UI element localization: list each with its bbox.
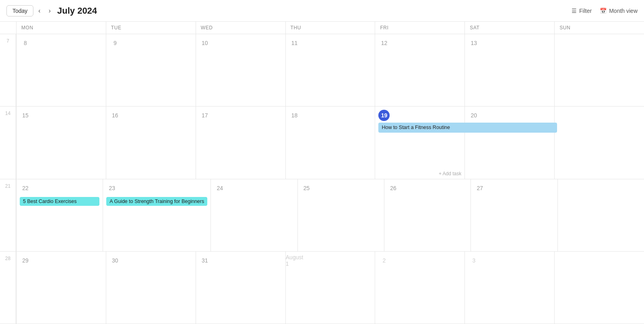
month-view-label: Month view: [609, 8, 638, 14]
day-cell-10[interactable]: 10: [196, 34, 285, 106]
day-number-10: 10: [199, 37, 211, 49]
day-cell-20[interactable]: 20: [464, 107, 554, 178]
day-number-aug1: August 1: [289, 255, 300, 266]
day-cell-22[interactable]: 22 5 Best Cardio Exercises: [16, 179, 103, 251]
day-header-thu: THU: [285, 22, 375, 34]
day-header-sat: SAT: [464, 22, 554, 34]
day-number-12: 12: [378, 37, 390, 49]
day-cell-27[interactable]: 27: [471, 179, 557, 251]
day-cell-29[interactable]: 29: [16, 252, 106, 324]
filter-button[interactable]: ☰ Filter: [572, 8, 592, 14]
day-number-25: 25: [301, 183, 312, 194]
day-number-31: 31: [199, 255, 211, 266]
filter-icon: ☰: [572, 8, 577, 14]
day-cell-8[interactable]: 8: [16, 34, 106, 106]
week-num-21: 21: [0, 179, 16, 251]
day-cell-30[interactable]: 30: [106, 252, 196, 324]
header-right: ☰ Filter 📅 Month view: [572, 8, 638, 14]
day-cell-19[interactable]: 19 How to Start a Fitness Routine + Add …: [375, 107, 464, 178]
day-number-11: 11: [289, 37, 300, 49]
day-number-9: 9: [109, 37, 121, 49]
day-cell-out-2: [554, 107, 644, 178]
day-header-mon: MON: [16, 22, 106, 34]
strength-training-event[interactable]: A Guide to Strength Training for Beginne…: [106, 197, 207, 206]
week-row-1: 7 8 9 10 11 12 13: [0, 34, 644, 107]
day-cell-26[interactable]: 26: [384, 179, 471, 251]
day-number-20: 20: [468, 110, 479, 121]
weeks-container: 7 8 9 10 11 12 13 14 15: [0, 34, 644, 324]
week-row-3: 21 22 5 Best Cardio Exercises 23 A Guide…: [0, 179, 644, 252]
calendar-icon: 📅: [600, 8, 607, 14]
day-cell-aug1[interactable]: August 1: [285, 252, 375, 324]
day-number-29: 29: [20, 255, 31, 266]
next-button[interactable]: ›: [45, 6, 54, 16]
day-cell-out-3: [557, 179, 644, 251]
week-num-header: [0, 22, 16, 34]
day-number-23: 23: [106, 183, 118, 194]
day-cell-15[interactable]: 15: [16, 107, 106, 178]
day-number-27: 27: [474, 183, 485, 194]
day-cell-24[interactable]: 24: [211, 179, 297, 251]
day-cell-11[interactable]: 11: [285, 34, 375, 106]
day-cell-16[interactable]: 16: [106, 107, 196, 178]
day-cell-aug2[interactable]: 2: [375, 252, 464, 324]
day-header-sun: SUN: [554, 22, 644, 34]
day-number-15: 15: [20, 110, 31, 121]
month-title: July 2024: [57, 6, 97, 16]
day-header-tue: TUE: [106, 22, 196, 34]
week-num-28: 28: [0, 252, 16, 324]
day-header-wed: WED: [196, 22, 285, 34]
day-cell-18[interactable]: 18: [285, 107, 375, 178]
day-number-aug2: 2: [378, 255, 390, 266]
day-cell-13[interactable]: 13: [464, 34, 554, 106]
day-number-18: 18: [289, 110, 300, 121]
day-cell-25[interactable]: 25: [297, 179, 384, 251]
day-cell-out-4: [554, 252, 644, 324]
day-cell-31[interactable]: 31: [196, 252, 285, 324]
calendar-header: Today ‹ › July 2024 ☰ Filter 📅 Month vie…: [0, 0, 644, 22]
day-number-16: 16: [109, 110, 121, 121]
day-number-8: 8: [20, 37, 31, 49]
cardio-event[interactable]: 5 Best Cardio Exercises: [20, 197, 99, 206]
day-number-13: 13: [468, 37, 479, 49]
day-cell-aug3[interactable]: 3: [464, 252, 554, 324]
calendar: MON TUE WED THU FRI SAT SUN 7 8 9 10 11 …: [0, 22, 644, 324]
day-number-30: 30: [109, 255, 121, 266]
day-number-aug3: 3: [468, 255, 479, 266]
month-view-button[interactable]: 📅 Month view: [600, 8, 638, 14]
add-task-button[interactable]: + Add task: [439, 171, 461, 176]
week-row-2: 14 15 16 17 18 19 How to Start a Fitness…: [0, 107, 644, 179]
day-headers-row: MON TUE WED THU FRI SAT SUN: [0, 22, 644, 34]
prev-button[interactable]: ‹: [35, 6, 43, 16]
day-number-17: 17: [199, 110, 211, 121]
day-number-26: 26: [388, 183, 399, 194]
day-number-19: 19: [378, 110, 390, 121]
day-cell-9[interactable]: 9: [106, 34, 196, 106]
fitness-routine-event[interactable]: How to Start a Fitness Routine: [378, 123, 557, 132]
day-cell-out-1: [554, 34, 644, 106]
day-cell-23[interactable]: 23 A Guide to Strength Training for Begi…: [103, 179, 211, 251]
today-button[interactable]: Today: [6, 5, 33, 16]
week-num-7: 7: [0, 34, 16, 106]
day-number-22: 22: [20, 183, 31, 194]
filter-label: Filter: [579, 8, 592, 14]
week-num-14: 14: [0, 107, 16, 178]
day-header-fri: FRI: [375, 22, 464, 34]
day-cell-17[interactable]: 17: [196, 107, 285, 178]
day-number-24: 24: [214, 183, 225, 194]
day-cell-12[interactable]: 12: [375, 34, 464, 106]
week-row-4: 28 29 30 31 August 1 2 3: [0, 252, 644, 324]
